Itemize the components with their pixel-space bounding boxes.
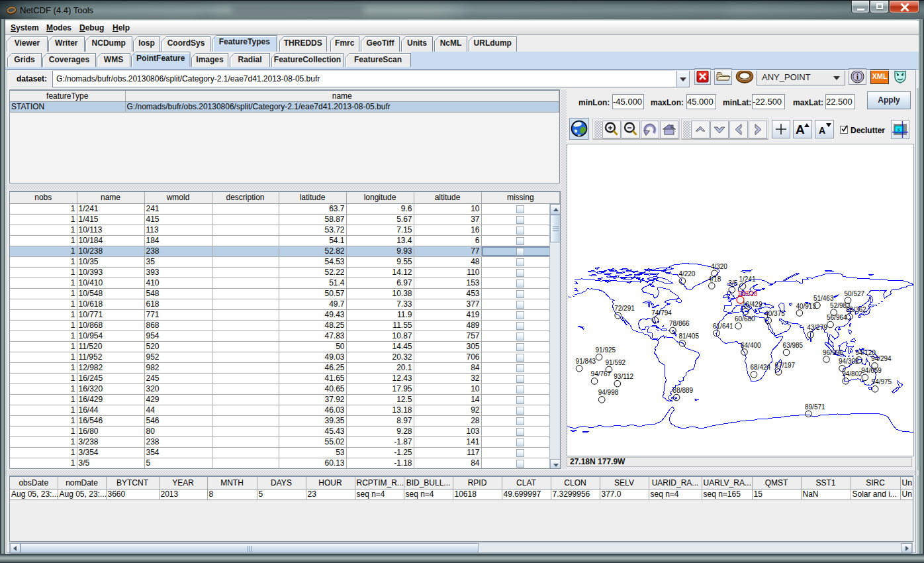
svg-text:16/429: 16/429: [742, 301, 762, 308]
svg-text:58/362: 58/362: [846, 306, 866, 313]
svg-text:94/802: 94/802: [842, 370, 862, 378]
svg-text:67/197: 67/197: [775, 362, 796, 369]
svg-text:91/925: 91/925: [596, 346, 616, 354]
svg-text:63/985: 63/985: [783, 342, 804, 349]
svg-text:51/463: 51/463: [813, 295, 834, 302]
svg-text:56/964: 56/964: [827, 314, 847, 321]
svg-text:78/866: 78/866: [669, 320, 690, 327]
svg-text:40/375: 40/375: [764, 310, 785, 317]
svg-text:4/18: 4/18: [708, 276, 721, 283]
svg-text:1/241: 1/241: [739, 276, 756, 283]
svg-text:93/112: 93/112: [614, 373, 633, 380]
svg-text:4/220: 4/220: [678, 270, 695, 278]
svg-text:94/294: 94/294: [871, 355, 892, 362]
svg-text:43/279: 43/279: [807, 324, 827, 331]
svg-text:68/424: 68/424: [751, 364, 771, 371]
svg-text:94/975: 94/975: [872, 378, 892, 385]
svg-text:4/320: 4/320: [711, 263, 727, 270]
svg-text:94/302: 94/302: [839, 358, 859, 365]
svg-text:94/767: 94/767: [591, 370, 612, 378]
svg-text:74/794: 74/794: [651, 309, 672, 317]
svg-text:81/405: 81/405: [678, 333, 699, 340]
svg-text:3/5: 3/5: [728, 280, 737, 287]
svg-text:40/913: 40/913: [796, 303, 816, 310]
svg-text:s: s: [898, 127, 900, 132]
svg-text:72/291: 72/291: [614, 305, 635, 312]
svg-text:60/680: 60/680: [735, 315, 755, 323]
svg-text:94/659: 94/659: [861, 367, 882, 374]
svg-text:94/998: 94/998: [598, 389, 619, 396]
svg-text:96/996: 96/996: [823, 349, 843, 356]
svg-text:64/400: 64/400: [741, 342, 761, 349]
svg-text:91/592: 91/592: [606, 359, 626, 366]
svg-text:91/843: 91/843: [576, 358, 596, 365]
svg-text:10/618: 10/618: [737, 290, 758, 297]
svg-text:50/527: 50/527: [845, 290, 865, 297]
svg-text:89/571: 89/571: [805, 403, 825, 411]
svg-text:61/641: 61/641: [713, 323, 733, 330]
svg-text:88/889: 88/889: [673, 387, 694, 394]
